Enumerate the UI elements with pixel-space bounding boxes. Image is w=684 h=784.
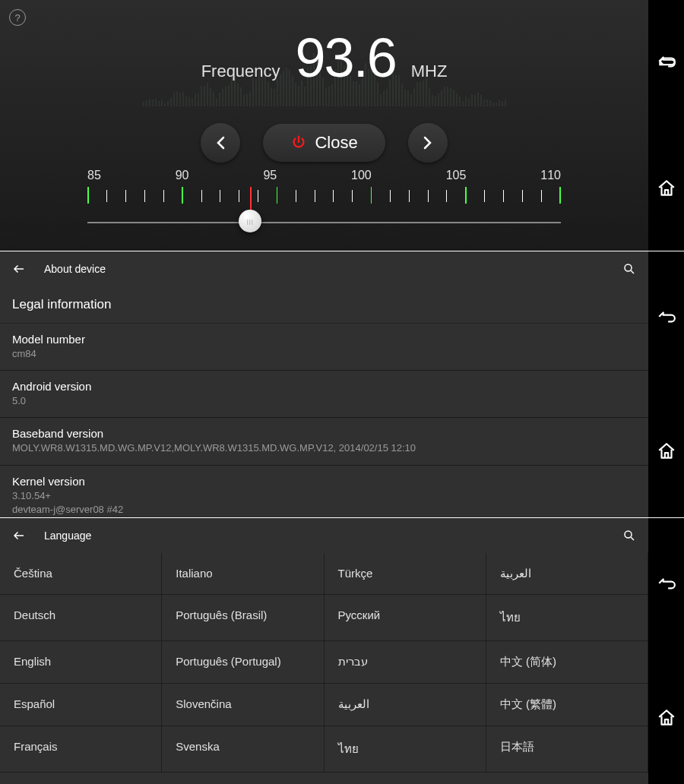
info-value: 5.0	[12, 394, 636, 408]
about-row[interactable]: Model numbercm84	[0, 324, 648, 371]
scale-label: 95	[263, 169, 277, 182]
language-option[interactable]: Español	[0, 684, 162, 726]
scale-label: 105	[446, 169, 467, 182]
back-arrow-icon[interactable]	[12, 262, 26, 276]
info-value: MOLY.WR8.W1315.MD.WG.MP.V12,MOLY.WR8.W13…	[12, 441, 636, 455]
svg-point-0	[625, 264, 632, 271]
info-label: Android version	[12, 380, 636, 393]
language-option[interactable]: Čeština	[0, 553, 162, 595]
info-value: cm84	[12, 347, 636, 361]
info-label: Model number	[12, 333, 636, 346]
close-label: Close	[315, 133, 357, 153]
search-icon[interactable]	[622, 262, 636, 276]
about-row[interactable]: Android version5.0	[0, 371, 648, 418]
frequency-unit: MHZ	[411, 62, 448, 81]
chevron-right-icon	[423, 136, 433, 150]
language-option[interactable]: 中文 (繁體)	[486, 684, 648, 726]
about-title: About device	[44, 263, 622, 275]
scale-label: 100	[351, 169, 372, 182]
info-value: 3.10.54+ devteam-j@server08 #42 Mon Jun …	[12, 489, 636, 517]
language-option[interactable]: Türkçe	[325, 553, 486, 595]
home-icon[interactable]	[657, 179, 676, 198]
language-option[interactable]: العربية	[325, 684, 486, 726]
language-option[interactable]: Svenska	[162, 726, 324, 773]
language-option[interactable]: Deutsch	[0, 595, 162, 641]
frequency-display: Frequency 93.6 MHZ	[0, 27, 648, 89]
language-option[interactable]: 中文 (简体)	[486, 641, 648, 684]
info-label: Kernel version	[12, 475, 636, 488]
search-icon[interactable]	[622, 529, 636, 542]
about-device-panel: About device Legal information Model num…	[0, 251, 684, 517]
home-icon[interactable]	[657, 441, 676, 461]
language-option[interactable]: Slovenčina	[162, 684, 324, 726]
scale-label: 85	[87, 169, 101, 182]
language-option[interactable]: עברית	[325, 641, 486, 684]
frequency-value: 93.6	[296, 27, 396, 89]
language-title: Language	[44, 530, 622, 542]
tuner-knob[interactable]	[239, 210, 261, 232]
chevron-left-icon	[215, 136, 226, 150]
back-arrow-icon[interactable]	[12, 529, 26, 542]
about-row[interactable]: Baseband versionMOLY.WR8.W1315.MD.WG.MP.…	[0, 418, 648, 465]
language-option[interactable]: ไทย	[325, 726, 486, 773]
help-button[interactable]: ?	[9, 9, 26, 26]
back-icon[interactable]	[657, 308, 676, 328]
language-option[interactable]: Français	[0, 726, 162, 773]
legal-information-row[interactable]: Legal information	[0, 286, 648, 324]
back-icon[interactable]	[657, 575, 676, 595]
language-panel: Language ČeštinaItalianoTürkçeالعربيةDeu…	[0, 518, 684, 784]
home-icon[interactable]	[657, 708, 676, 728]
radio-panel: ? Frequency 93.6 MHZ Close 8590951	[0, 0, 684, 251]
info-label: Baseband version	[12, 427, 636, 440]
language-option[interactable]: Português (Portugal)	[162, 641, 324, 684]
language-option[interactable]: ไทย	[486, 595, 648, 641]
about-row[interactable]: Kernel version3.10.54+ devteam-j@server0…	[0, 466, 648, 517]
scale-label: 110	[540, 169, 561, 182]
prev-button[interactable]	[201, 123, 240, 163]
svg-point-1	[625, 531, 632, 538]
language-option[interactable]: Português (Brasil)	[162, 595, 324, 641]
tuner[interactable]: 859095100105110	[87, 169, 561, 217]
language-option[interactable]: English	[0, 641, 162, 684]
close-button[interactable]: Close	[263, 124, 385, 162]
power-icon	[290, 134, 307, 151]
language-option[interactable]: العربية	[486, 553, 648, 595]
back-icon[interactable]	[657, 53, 676, 73]
scale-label: 90	[176, 169, 189, 182]
language-option[interactable]: Русский	[325, 595, 486, 641]
language-option[interactable]: Italiano	[162, 553, 324, 595]
frequency-label: Frequency	[201, 62, 280, 81]
language-option[interactable]: 日本語	[486, 726, 648, 773]
next-button[interactable]	[408, 123, 448, 163]
